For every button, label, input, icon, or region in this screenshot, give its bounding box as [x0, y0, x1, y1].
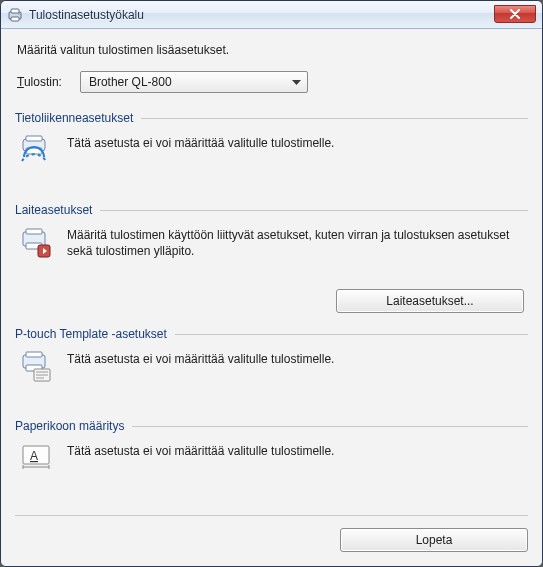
- group-header: Tietoliikenneasetukset: [15, 111, 528, 125]
- group-ptouch: P-touch Template -asetukset Tätä asetu: [15, 327, 528, 407]
- printer-combo[interactable]: Brother QL-800: [80, 71, 308, 93]
- device-settings-icon: [19, 227, 53, 259]
- svg-rect-5: [26, 136, 42, 141]
- network-printer-icon: [19, 135, 53, 165]
- exit-button[interactable]: Lopeta: [340, 528, 528, 552]
- group-title: Laiteasetukset: [15, 203, 92, 217]
- client-area: Määritä valitun tulostimen lisäasetukset…: [1, 29, 542, 566]
- svg-rect-1: [11, 9, 19, 13]
- printer-row: Tulostin: Brother QL-800: [17, 71, 528, 93]
- button-label: Laiteasetukset...: [386, 294, 473, 308]
- window-title: Tulostinasetustyökalu: [29, 8, 144, 22]
- paper-size-icon: A: [19, 443, 53, 469]
- svg-point-3: [18, 13, 20, 15]
- close-button[interactable]: [494, 5, 536, 23]
- group-device: Laiteasetukset Määritä tulostimen käyttö…: [15, 203, 528, 315]
- intro-text: Määritä valitun tulostimen lisäasetukset…: [17, 43, 528, 57]
- group-desc: Määritä tulostimen käyttöön liittyvät as…: [67, 227, 524, 259]
- titlebar[interactable]: Tulostinasetustyökalu: [1, 1, 542, 29]
- close-icon: [509, 9, 521, 19]
- group-desc: Tätä asetusta ei voi määrittää valitulle…: [67, 351, 524, 367]
- svg-rect-8: [26, 229, 42, 234]
- svg-rect-12: [26, 352, 42, 357]
- svg-text:A: A: [30, 449, 38, 463]
- button-label: Lopeta: [416, 533, 453, 547]
- divider: [175, 334, 528, 335]
- group-header: P-touch Template -asetukset: [15, 327, 528, 341]
- divider: [132, 426, 528, 427]
- device-settings-button[interactable]: Laiteasetukset...: [336, 289, 524, 313]
- svg-rect-2: [11, 17, 19, 21]
- group-header: Laiteasetukset: [15, 203, 528, 217]
- group-title: Tietoliikenneasetukset: [15, 111, 133, 125]
- group-title: P-touch Template -asetukset: [15, 327, 167, 341]
- group-desc: Tätä asetusta ei voi määrittää valitulle…: [67, 443, 524, 459]
- printer-label: Tulostin:: [17, 75, 62, 89]
- printer-combo-value: Brother QL-800: [89, 75, 172, 89]
- group-title: Paperikoon määritys: [15, 419, 124, 433]
- divider: [141, 118, 528, 119]
- divider: [100, 210, 528, 211]
- group-paper: Paperikoon määritys A Tätä asetusta ei v…: [15, 419, 528, 499]
- window: Tulostinasetustyökalu Määritä valitun tu…: [0, 0, 543, 567]
- chevron-down-icon: [292, 75, 301, 89]
- group-header: Paperikoon määritys: [15, 419, 528, 433]
- template-printer-icon: [19, 351, 53, 383]
- app-icon: [7, 7, 23, 23]
- footer: Lopeta: [15, 515, 528, 552]
- group-comm: Tietoliikenneasetukset Tätä asetusta ei …: [15, 111, 528, 191]
- group-desc: Tätä asetusta ei voi määrittää valitulle…: [67, 135, 524, 151]
